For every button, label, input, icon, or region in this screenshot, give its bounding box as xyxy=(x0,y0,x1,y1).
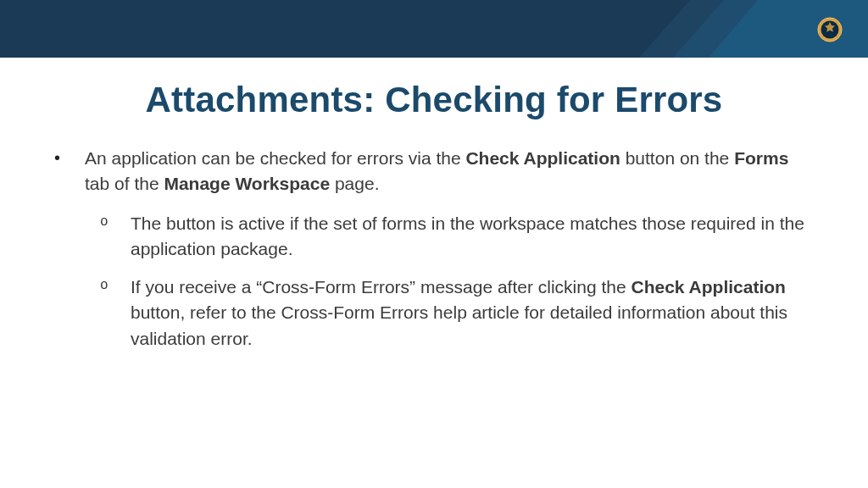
bold-manage-workspace: Manage Workspace xyxy=(164,174,330,193)
slide-content: An application can be checked for errors… xyxy=(47,146,817,352)
sub-bullet-2: If you receive a “Cross-Form Errors” mes… xyxy=(85,274,817,352)
text: page. xyxy=(330,174,379,193)
bold-check-application: Check Application xyxy=(465,148,620,168)
slide-title: Attachments: Checking for Errors xyxy=(0,80,868,120)
text: button, refer to the Cross-Form Errors h… xyxy=(131,302,787,347)
sub-bullet-1: The button is active if the set of forms… xyxy=(85,211,817,263)
doj-seal-icon xyxy=(817,17,843,42)
text: tab of the xyxy=(85,174,164,193)
slide-header xyxy=(0,0,868,58)
bullet-main: An application can be checked for errors… xyxy=(47,146,817,352)
text: button on the xyxy=(620,148,734,168)
text: If you receive a “Cross-Form Errors” mes… xyxy=(131,277,632,297)
text: An application can be checked for errors… xyxy=(85,148,465,168)
bold-forms: Forms xyxy=(734,148,788,168)
bold-check-application-2: Check Application xyxy=(632,277,786,297)
